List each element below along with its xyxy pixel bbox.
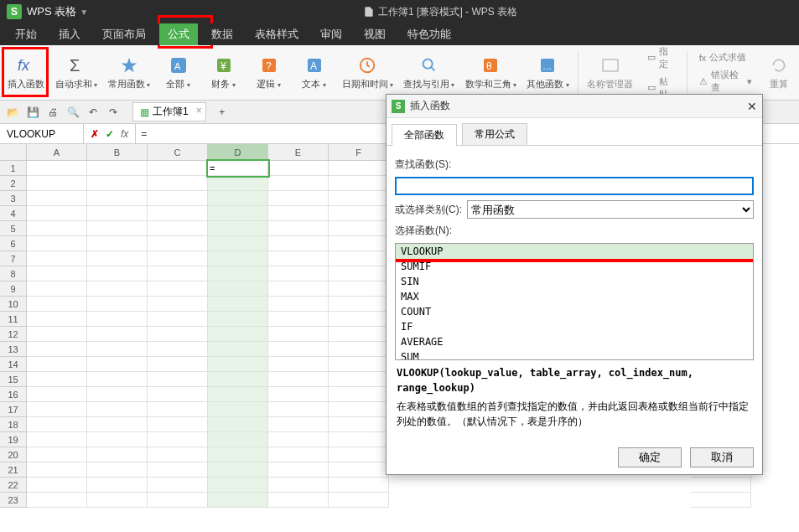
finance-fn-button[interactable]: ¥ 财务 ▾: [203, 51, 245, 94]
cell[interactable]: [208, 251, 268, 266]
cell[interactable]: [148, 191, 208, 206]
cell[interactable]: [148, 251, 208, 266]
cell[interactable]: [268, 191, 329, 206]
cell[interactable]: [148, 447, 208, 462]
function-list[interactable]: VLOOKUPSUMIFSINMAXCOUNTIFAVERAGESUM: [395, 243, 754, 360]
row-header[interactable]: 9: [0, 281, 27, 297]
cell[interactable]: [148, 176, 208, 191]
cell[interactable]: [27, 462, 87, 478]
cell[interactable]: [148, 161, 208, 176]
cell[interactable]: [148, 236, 208, 251]
cell[interactable]: [329, 478, 389, 493]
cell[interactable]: [148, 221, 208, 236]
cell[interactable]: [329, 176, 389, 191]
cell[interactable]: [208, 402, 268, 417]
row-header[interactable]: 5: [0, 221, 27, 236]
cell[interactable]: [268, 493, 329, 508]
cancel-button[interactable]: 取消: [690, 447, 754, 467]
cell[interactable]: [148, 432, 208, 447]
cell[interactable]: [268, 236, 329, 251]
logic-fn-button[interactable]: ? 逻辑 ▾: [248, 51, 290, 94]
error-check-button[interactable]: ⚠错误检查 ▾: [696, 67, 755, 96]
cell[interactable]: [148, 297, 208, 312]
cell[interactable]: [208, 447, 268, 462]
cell[interactable]: [268, 161, 329, 176]
column-header[interactable]: F: [329, 144, 389, 161]
cell[interactable]: [329, 266, 389, 281]
name-box[interactable]: VLOOKUP: [0, 124, 84, 143]
datetime-fn-button[interactable]: 日期和时间 ▾: [339, 51, 397, 94]
lookup-fn-button[interactable]: 查找与引用 ▾: [400, 51, 458, 94]
cell[interactable]: [27, 281, 87, 297]
insert-function-button[interactable]: fx 插入函数: [3, 51, 48, 94]
cell[interactable]: [27, 417, 87, 432]
cell[interactable]: [268, 357, 329, 372]
row-header[interactable]: 17: [0, 402, 27, 417]
menu-表格样式[interactable]: 表格样式: [246, 23, 307, 45]
cell[interactable]: [87, 297, 148, 312]
cell[interactable]: [268, 417, 329, 432]
menu-数据[interactable]: 数据: [203, 23, 241, 45]
row-header[interactable]: 12: [0, 327, 27, 342]
cell[interactable]: [268, 387, 329, 402]
cell[interactable]: [148, 312, 208, 327]
cell[interactable]: [87, 312, 148, 327]
cell[interactable]: [87, 191, 148, 206]
print-icon[interactable]: 🖨: [45, 105, 60, 120]
menu-审阅[interactable]: 审阅: [312, 23, 350, 45]
text-fn-button[interactable]: A 文本 ▾: [293, 51, 335, 94]
cell[interactable]: [208, 236, 268, 251]
cell[interactable]: [27, 236, 87, 251]
row-header[interactable]: 8: [0, 266, 27, 281]
cell[interactable]: [208, 432, 268, 447]
cell[interactable]: [268, 478, 329, 493]
cell[interactable]: [27, 161, 87, 176]
cell[interactable]: [27, 327, 87, 342]
cell[interactable]: [208, 206, 268, 221]
cell[interactable]: [148, 206, 208, 221]
common-fn-button[interactable]: 常用函数 ▾: [104, 51, 153, 94]
cell[interactable]: [268, 266, 329, 281]
cell[interactable]: [148, 266, 208, 281]
cell[interactable]: [329, 357, 389, 372]
cell[interactable]: [208, 372, 268, 387]
row-header[interactable]: 21: [0, 462, 27, 478]
row-header[interactable]: 22: [0, 478, 27, 493]
dialog-tab[interactable]: 常用公式: [462, 123, 527, 145]
menu-开始[interactable]: 开始: [7, 23, 45, 45]
formula-eval-button[interactable]: fx公式求值: [696, 49, 755, 65]
cell[interactable]: [27, 176, 87, 191]
cell[interactable]: [148, 372, 208, 387]
menu-页面布局[interactable]: 页面布局: [94, 23, 154, 45]
cell[interactable]: [268, 447, 329, 462]
cell[interactable]: [87, 478, 148, 493]
other-fn-button[interactable]: … 其他函数 ▾: [523, 51, 573, 94]
cell[interactable]: [87, 417, 148, 432]
cell[interactable]: [268, 342, 329, 357]
cell[interactable]: [87, 372, 148, 387]
cell[interactable]: [27, 191, 87, 206]
function-item[interactable]: COUNT: [396, 304, 753, 319]
new-tab-icon[interactable]: +: [215, 105, 230, 120]
cell[interactable]: [268, 432, 329, 447]
cell[interactable]: [87, 462, 148, 478]
cell[interactable]: [87, 161, 148, 176]
cell[interactable]: [268, 312, 329, 327]
cell[interactable]: [691, 478, 751, 493]
redo-icon[interactable]: ↷: [106, 105, 121, 120]
cell[interactable]: [27, 297, 87, 312]
cell[interactable]: [148, 478, 208, 493]
cell[interactable]: [27, 342, 87, 357]
cell[interactable]: [87, 281, 148, 297]
cell[interactable]: [148, 417, 208, 432]
accept-formula-icon[interactable]: ✓: [106, 128, 114, 140]
cell[interactable]: [268, 176, 329, 191]
function-item[interactable]: AVERAGE: [396, 334, 753, 349]
cell[interactable]: [27, 387, 87, 402]
column-header[interactable]: E: [268, 144, 329, 161]
cell[interactable]: [268, 297, 329, 312]
cell[interactable]: [208, 387, 268, 402]
recalc-button[interactable]: 重算: [762, 51, 796, 94]
fx-bar-icon[interactable]: fx: [121, 128, 128, 140]
cell[interactable]: [27, 493, 87, 508]
